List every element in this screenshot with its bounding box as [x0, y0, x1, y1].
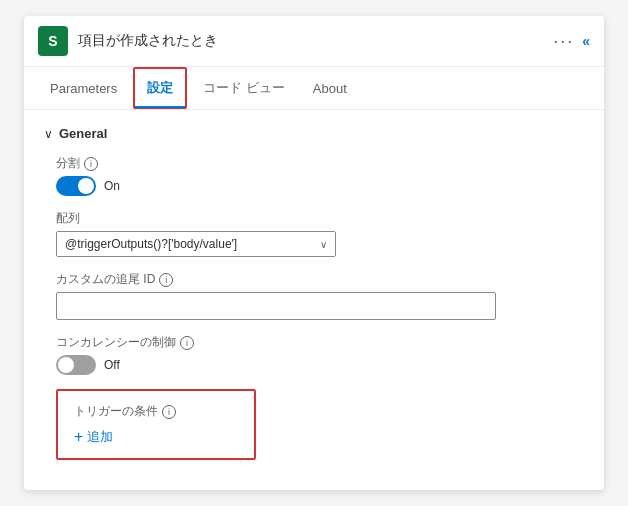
- tab-about[interactable]: About: [301, 71, 359, 106]
- main-card: S 項目が作成されたとき ··· « Parameters 設定 コード ビュー…: [24, 16, 604, 490]
- hairetsu-select[interactable]: @triggerOutputs()?['body/value'] ∨: [56, 231, 336, 257]
- tabs-bar: Parameters 設定 コード ビュー About: [24, 67, 604, 110]
- card-header: S 項目が作成されたとき ··· «: [24, 16, 604, 67]
- app-icon: S: [38, 26, 68, 56]
- general-section-header[interactable]: ∨ General: [44, 126, 584, 141]
- bunkatsu-label: 分割 i: [56, 155, 584, 172]
- tab-code-view[interactable]: コード ビュー: [191, 69, 297, 107]
- concurrency-toggle-track: [56, 355, 96, 375]
- custom-id-input[interactable]: [56, 292, 496, 320]
- bunkatsu-toggle-thumb: [78, 178, 94, 194]
- trigger-condition-box: トリガーの条件 i + 追加: [56, 389, 256, 460]
- concurrency-info-icon[interactable]: i: [180, 336, 194, 350]
- concurrency-label: コンカレンシーの制御 i: [56, 334, 584, 351]
- add-label: 追加: [87, 428, 113, 446]
- concurrency-toggle-container: Off: [56, 355, 584, 375]
- section-chevron-icon: ∨: [44, 127, 53, 141]
- trigger-condition-label: トリガーの条件 i: [74, 403, 238, 420]
- collapse-icon[interactable]: «: [582, 33, 590, 49]
- plus-icon: +: [74, 428, 83, 446]
- hairetsu-field: 配列 @triggerOutputs()?['body/value'] ∨: [56, 210, 584, 257]
- hairetsu-select-value: @triggerOutputs()?['body/value']: [65, 237, 320, 251]
- hairetsu-dropdown-icon: ∨: [320, 239, 327, 250]
- custom-id-field: カスタムの追尾 ID i: [56, 271, 584, 320]
- bunkatsu-toggle-track: [56, 176, 96, 196]
- concurrency-field: コンカレンシーの制御 i Off: [56, 334, 584, 375]
- more-options-icon[interactable]: ···: [553, 31, 574, 52]
- header-title: 項目が作成されたとき: [78, 32, 218, 50]
- bunkatsu-toggle-label: On: [104, 179, 120, 193]
- custom-id-info-icon[interactable]: i: [159, 273, 173, 287]
- custom-id-label: カスタムの追尾 ID i: [56, 271, 584, 288]
- bunkatsu-toggle-container: On: [56, 176, 584, 196]
- section-title: General: [59, 126, 107, 141]
- card-body: ∨ General 分割 i On 配列: [24, 110, 604, 490]
- header-left: S 項目が作成されたとき: [38, 26, 218, 56]
- concurrency-toggle[interactable]: [56, 355, 96, 375]
- header-right: ··· «: [553, 31, 590, 52]
- add-trigger-condition-button[interactable]: + 追加: [74, 428, 113, 446]
- trigger-condition-info-icon[interactable]: i: [162, 405, 176, 419]
- bunkatsu-info-icon[interactable]: i: [84, 157, 98, 171]
- tab-settings[interactable]: 設定: [133, 67, 187, 109]
- bunkatsu-toggle[interactable]: [56, 176, 96, 196]
- hairetsu-label: 配列: [56, 210, 584, 227]
- tab-parameters[interactable]: Parameters: [38, 71, 129, 106]
- concurrency-toggle-thumb: [58, 357, 74, 373]
- concurrency-toggle-label: Off: [104, 358, 120, 372]
- bunkatsu-field: 分割 i On: [56, 155, 584, 196]
- trigger-condition-field: トリガーの条件 i + 追加: [56, 389, 584, 460]
